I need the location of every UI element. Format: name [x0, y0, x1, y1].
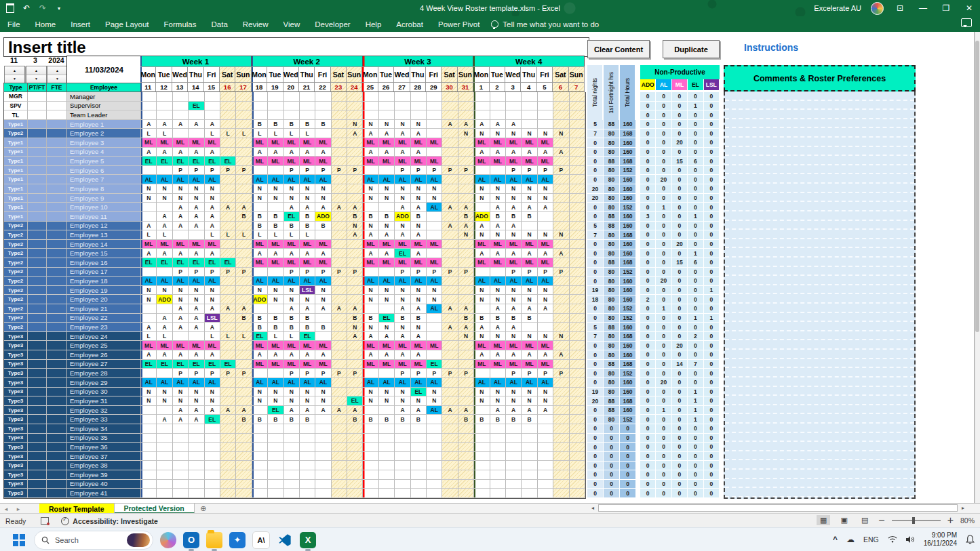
shift-cell[interactable] — [395, 434, 410, 443]
ptft-cell[interactable] — [28, 203, 47, 212]
comment-row[interactable] — [725, 147, 914, 157]
shift-cell[interactable] — [570, 286, 585, 295]
shift-cell[interactable] — [189, 489, 204, 498]
shift-cell[interactable] — [173, 489, 189, 498]
shift-cell[interactable] — [157, 102, 172, 111]
comment-row[interactable] — [725, 322, 914, 331]
shift-cell[interactable]: ML — [506, 360, 522, 369]
shift-cell[interactable]: A — [157, 314, 172, 323]
shift-cell[interactable]: N — [141, 295, 157, 304]
shift-cell[interactable] — [173, 480, 189, 489]
shift-cell[interactable]: A — [538, 304, 553, 314]
shift-cell[interactable] — [236, 102, 252, 111]
shift-cell[interactable] — [252, 203, 268, 212]
shift-cell[interactable]: A — [363, 332, 378, 342]
shift-cell[interactable] — [300, 92, 315, 102]
shift-cell[interactable]: A — [395, 129, 410, 138]
shift-cell[interactable] — [506, 480, 522, 489]
shift-cell[interactable]: N — [522, 295, 537, 304]
shift-cell[interactable]: EL — [268, 406, 283, 415]
shift-cell[interactable]: N — [300, 295, 315, 304]
shift-cell[interactable] — [268, 166, 283, 176]
ptft-cell[interactable] — [28, 277, 47, 286]
shift-cell[interactable]: EL — [189, 360, 204, 369]
shift-cell[interactable]: B — [522, 314, 537, 323]
shift-cell[interactable]: A — [490, 406, 506, 415]
ptft-cell[interactable] — [28, 138, 47, 148]
shift-cell[interactable] — [553, 295, 569, 304]
ptft-cell[interactable] — [28, 120, 47, 129]
shift-cell[interactable] — [315, 452, 331, 462]
shift-cell[interactable] — [395, 461, 410, 470]
shift-cell[interactable] — [332, 212, 347, 222]
shift-cell[interactable] — [141, 452, 157, 462]
zoom-out-icon[interactable]: − — [878, 514, 884, 527]
shift-cell[interactable] — [363, 203, 378, 212]
shift-cell[interactable] — [570, 443, 585, 452]
employee-name[interactable]: Employee 11 — [67, 212, 141, 222]
shift-cell[interactable] — [379, 92, 395, 102]
fte-cell[interactable] — [47, 249, 67, 258]
shift-cell[interactable]: B — [490, 212, 506, 222]
shift-cell[interactable] — [553, 304, 569, 314]
shift-cell[interactable]: L — [236, 230, 252, 240]
shift-cell[interactable] — [347, 184, 363, 194]
shift-cell[interactable] — [442, 92, 458, 102]
shift-cell[interactable]: AL — [268, 277, 283, 286]
shift-cell[interactable]: A — [363, 230, 378, 240]
shift-cell[interactable] — [363, 424, 378, 434]
shift-cell[interactable]: A — [506, 222, 522, 231]
shift-cell[interactable] — [347, 102, 363, 111]
shift-cell[interactable]: AL — [173, 277, 189, 286]
shift-cell[interactable]: A — [332, 203, 347, 212]
shift-cell[interactable]: A — [205, 323, 220, 332]
shift-cell[interactable] — [300, 470, 315, 480]
shift-cell[interactable] — [538, 323, 553, 332]
shift-cell[interactable]: EL — [379, 314, 395, 323]
shift-cell[interactable] — [332, 249, 347, 258]
shift-cell[interactable] — [427, 434, 442, 443]
shift-cell[interactable] — [458, 452, 474, 462]
shift-cell[interactable] — [538, 120, 553, 129]
shift-cell[interactable] — [522, 461, 537, 470]
shift-cell[interactable]: AL — [189, 378, 204, 388]
shift-cell[interactable]: A — [458, 120, 474, 129]
ptft-cell[interactable] — [28, 175, 47, 184]
shift-cell[interactable]: N — [474, 286, 490, 295]
shift-cell[interactable]: A — [173, 148, 189, 157]
shift-cell[interactable]: L — [300, 230, 315, 240]
shift-cell[interactable] — [173, 102, 189, 111]
shift-cell[interactable] — [570, 222, 585, 231]
shift-cell[interactable]: A — [395, 350, 410, 360]
shift-cell[interactable] — [553, 480, 569, 489]
comment-row[interactable] — [725, 91, 914, 101]
shift-cell[interactable] — [205, 489, 220, 498]
ptft-cell[interactable] — [28, 350, 47, 360]
speaker-icon[interactable] — [906, 535, 915, 544]
shift-cell[interactable] — [252, 92, 268, 102]
shift-cell[interactable] — [284, 443, 300, 452]
shift-cell[interactable] — [442, 240, 458, 249]
shift-cell[interactable] — [522, 489, 537, 498]
shift-cell[interactable]: N — [395, 388, 410, 397]
shift-cell[interactable] — [332, 157, 347, 166]
shift-cell[interactable] — [236, 350, 252, 360]
shift-cell[interactable]: N — [395, 295, 410, 304]
shift-cell[interactable] — [442, 452, 458, 462]
shift-cell[interactable]: ML — [522, 258, 537, 268]
employee-name[interactable]: Employee 6 — [67, 166, 141, 176]
fte-cell[interactable] — [47, 166, 67, 176]
fte-cell[interactable] — [47, 194, 67, 203]
shift-cell[interactable]: AL — [474, 378, 490, 388]
shift-cell[interactable]: ML — [411, 157, 427, 166]
shift-cell[interactable]: ML — [141, 341, 157, 350]
shift-cell[interactable] — [315, 314, 331, 323]
shift-cell[interactable]: AL — [157, 378, 172, 388]
shift-cell[interactable] — [252, 461, 268, 470]
shift-cell[interactable] — [442, 157, 458, 166]
shift-cell[interactable] — [347, 489, 363, 498]
shift-cell[interactable] — [347, 350, 363, 360]
shift-cell[interactable]: AL — [538, 378, 553, 388]
shift-cell[interactable] — [189, 452, 204, 462]
shift-cell[interactable] — [427, 249, 442, 258]
